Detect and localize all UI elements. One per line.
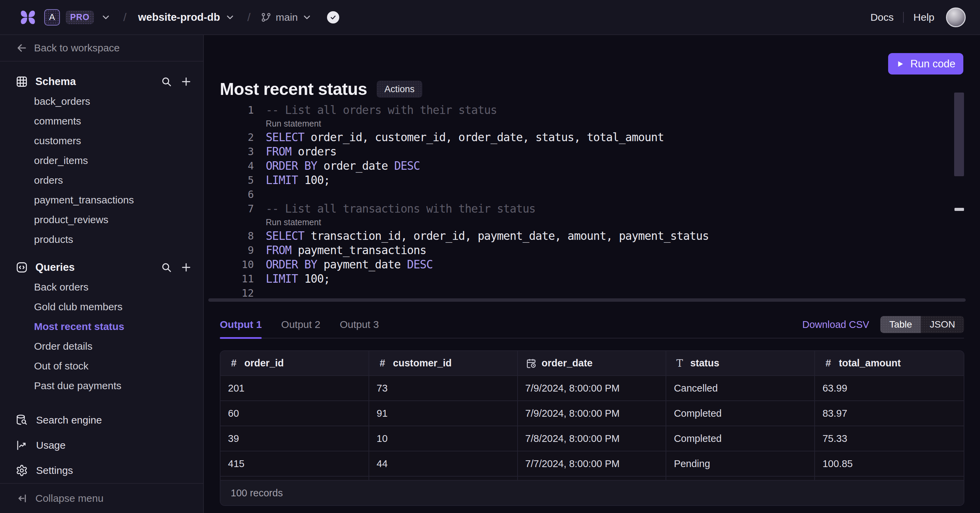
cell-total_amount[interactable]: 100.85 bbox=[815, 451, 964, 476]
queries-add-button[interactable] bbox=[181, 262, 192, 273]
cell-status[interactable]: Completed bbox=[666, 400, 815, 426]
workspace-switcher-button[interactable] bbox=[101, 12, 111, 22]
code-line[interactable]: 9FROM payment_transactions bbox=[220, 243, 953, 257]
editor-horizontal-scrollbar[interactable] bbox=[208, 299, 966, 302]
code-line[interactable]: 11LIMIT 100; bbox=[220, 272, 953, 286]
editor-vertical-scrollbar[interactable] bbox=[954, 92, 964, 176]
cell-status[interactable]: Cancelled bbox=[666, 375, 815, 400]
table-grid-icon bbox=[16, 76, 28, 88]
queries-search-button[interactable] bbox=[161, 262, 172, 273]
back-to-workspace-button[interactable]: Back to workspace bbox=[0, 35, 203, 62]
collapse-menu-button[interactable]: Collapse menu bbox=[0, 483, 203, 513]
sidebar-item-order_items[interactable]: order_items bbox=[0, 151, 203, 170]
sidebar-item-products[interactable]: products bbox=[0, 230, 203, 249]
query-list: Back orders Gold club members Most recen… bbox=[0, 277, 203, 395]
cell-status[interactable]: Pending bbox=[666, 451, 815, 476]
docs-link[interactable]: Docs bbox=[870, 11, 894, 23]
run-statement-row: Run statement bbox=[220, 216, 953, 229]
cell-total_amount[interactable]: 63.99 bbox=[815, 375, 964, 400]
schema-add-button[interactable] bbox=[181, 76, 192, 87]
cell-total_amount[interactable]: 83.97 bbox=[815, 400, 964, 426]
sidebar-item-settings[interactable]: Settings bbox=[0, 458, 203, 483]
run-statement-button[interactable]: Run statement bbox=[266, 218, 321, 227]
view-toggle-table[interactable]: Table bbox=[880, 316, 921, 333]
tab-output-3[interactable]: Output 3 bbox=[340, 311, 379, 338]
cell-order_date[interactable]: 7/9/2024, 8:00:00 PM bbox=[518, 400, 667, 426]
sidebar-item-most-recent-status[interactable]: Most recent status bbox=[0, 317, 203, 337]
cell-status[interactable]: Completed bbox=[666, 426, 815, 451]
tab-output-1[interactable]: Output 1 bbox=[220, 311, 262, 338]
cell-order_date[interactable]: 7/9/2024, 8:00:00 PM bbox=[518, 375, 667, 400]
number-type-icon: # bbox=[228, 357, 240, 369]
cell-order_id[interactable]: 60 bbox=[221, 400, 369, 426]
code-line[interactable]: 3FROM orders bbox=[220, 144, 953, 159]
cell-customer_id[interactable]: 10 bbox=[369, 426, 518, 451]
database-switcher[interactable]: website-prod-db bbox=[138, 11, 235, 24]
butterfly-logo-icon[interactable] bbox=[20, 10, 37, 25]
queries-section-title: Queries bbox=[35, 261, 75, 273]
column-header-customer_id[interactable]: # customer_id bbox=[369, 351, 518, 375]
user-avatar[interactable] bbox=[946, 8, 966, 27]
main-content: Most recent status Actions Run code 1-- … bbox=[205, 35, 980, 513]
column-header-order_id[interactable]: # order_id bbox=[221, 351, 369, 375]
code-line[interactable]: 12 bbox=[220, 286, 953, 300]
code-line[interactable]: 7-- List all transactions with their sta… bbox=[220, 202, 953, 216]
run-code-button[interactable]: Run code bbox=[888, 53, 963, 75]
run-statement-button[interactable]: Run statement bbox=[266, 119, 321, 129]
sidebar-item-back_orders[interactable]: back_orders bbox=[0, 92, 203, 111]
code-text: FROM payment_transactions bbox=[254, 244, 426, 257]
sidebar-item-search-engine[interactable]: Search engine bbox=[0, 408, 203, 433]
column-header-total_amount[interactable]: # total_amount bbox=[815, 351, 964, 375]
help-link[interactable]: Help bbox=[913, 11, 934, 23]
record-count: 100 records bbox=[231, 488, 283, 499]
cell-order_date[interactable]: 7/8/2024, 8:00:00 PM bbox=[518, 426, 667, 451]
cell-total_amount[interactable]: 75.33 bbox=[815, 426, 964, 451]
sql-editor[interactable]: 1-- List all orders with their statusRun… bbox=[220, 103, 953, 300]
code-line[interactable]: 5LIMIT 100; bbox=[220, 173, 953, 187]
sidebar-item-usage[interactable]: Usage bbox=[0, 433, 203, 458]
cell-customer_id[interactable]: 44 bbox=[369, 451, 518, 476]
code-line[interactable]: 4ORDER BY order_date DESC bbox=[220, 159, 953, 173]
code-line[interactable]: 10ORDER BY payment_date DESC bbox=[220, 257, 953, 272]
code-line[interactable]: 6 bbox=[220, 187, 953, 202]
line-number: 4 bbox=[220, 160, 254, 172]
column-header-order_date[interactable]: order_date bbox=[518, 351, 667, 375]
sidebar-item-payment_transactions[interactable]: payment_transactions bbox=[0, 190, 203, 210]
code-line[interactable]: 1-- List all orders with their status bbox=[220, 103, 953, 117]
tab-output-2[interactable]: Output 2 bbox=[281, 311, 320, 338]
sidebar-item-product_reviews[interactable]: product_reviews bbox=[0, 210, 203, 230]
sidebar-item-customers[interactable]: customers bbox=[0, 131, 203, 151]
download-csv-link[interactable]: Download CSV bbox=[802, 319, 869, 330]
branch-name: main bbox=[275, 11, 298, 23]
cell-order_id[interactable]: 415 bbox=[221, 451, 369, 476]
sidebar-item-gold-club-members[interactable]: Gold club members bbox=[0, 297, 203, 317]
back-to-workspace-label: Back to workspace bbox=[34, 42, 120, 54]
column-header-status[interactable]: T status bbox=[666, 351, 815, 375]
code-text: FROM orders bbox=[254, 145, 337, 158]
cell-order_id[interactable]: 201 bbox=[221, 375, 369, 400]
sidebar-item-order-details[interactable]: Order details bbox=[0, 337, 203, 356]
code-text: LIMIT 100; bbox=[254, 173, 330, 187]
workspace-badge[interactable]: A bbox=[44, 9, 60, 25]
sidebar-footer-nav: Search engine Usage Settings bbox=[0, 408, 203, 483]
sidebar-item-past-due-payments[interactable]: Past due payments bbox=[0, 376, 203, 395]
sidebar-item-orders[interactable]: orders bbox=[0, 170, 203, 190]
cell-order_id[interactable]: 39 bbox=[221, 426, 369, 451]
cell-customer_id[interactable]: 73 bbox=[369, 375, 518, 400]
view-toggle-json[interactable]: JSON bbox=[921, 316, 964, 333]
code-line[interactable]: 8SELECT transaction_id, order_id, paymen… bbox=[220, 229, 953, 243]
schema-search-button[interactable] bbox=[161, 76, 172, 87]
sidebar-item-back-orders[interactable]: Back orders bbox=[0, 277, 203, 297]
schema-section-title: Schema bbox=[35, 76, 76, 88]
git-branch-icon bbox=[261, 12, 272, 23]
collapse-menu-label: Collapse menu bbox=[35, 492, 103, 504]
cell-customer_id[interactable]: 91 bbox=[369, 400, 518, 426]
sidebar-item-out-of-stock[interactable]: Out of stock bbox=[0, 356, 203, 376]
code-line[interactable]: 2SELECT order_id, customer_id, order_dat… bbox=[220, 130, 953, 144]
actions-button[interactable]: Actions bbox=[377, 81, 423, 98]
sidebar-item-comments[interactable]: comments bbox=[0, 111, 203, 131]
table-row: 201 73 7/9/2024, 8:00:00 PM Cancelled 63… bbox=[221, 375, 964, 400]
view-toggle: Table JSON bbox=[880, 316, 964, 333]
cell-order_date[interactable]: 7/7/2024, 8:00:00 PM bbox=[518, 451, 667, 476]
branch-switcher[interactable]: main bbox=[261, 11, 312, 23]
